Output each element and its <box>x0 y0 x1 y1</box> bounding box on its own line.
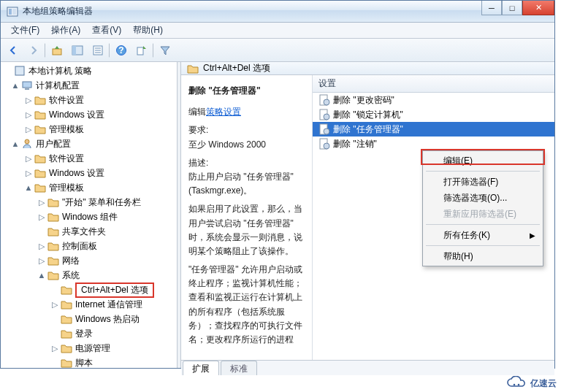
svg-rect-15 <box>25 88 29 90</box>
menu-view[interactable]: 查看(V) <box>86 23 127 38</box>
breadcrumb: Ctrl+Alt+Del 选项 <box>181 62 554 75</box>
svg-text:?: ? <box>118 45 123 55</box>
tree-shared[interactable]: 共享文件夹 <box>1 224 177 239</box>
tree-c-tmpl[interactable]: ▷管理模板 <box>1 122 177 137</box>
minimize-button[interactable]: ─ <box>481 1 502 15</box>
svg-point-25 <box>514 384 516 386</box>
app-icon <box>7 6 18 18</box>
maximize-button[interactable]: □ <box>502 1 522 15</box>
svg-rect-14 <box>23 82 31 88</box>
svg-point-22 <box>324 128 329 134</box>
tree-inet[interactable]: ▷Internet 通信管理 <box>1 297 177 312</box>
svg-rect-3 <box>53 49 61 55</box>
menu-action[interactable]: 操作(A) <box>45 23 86 38</box>
policy-title: 删除 "任务管理器" <box>188 84 305 98</box>
tree-script[interactable]: 脚本 <box>1 356 177 368</box>
tree-net[interactable]: ▷网络 <box>1 253 177 268</box>
policy-icon <box>318 94 330 106</box>
list-item[interactable]: 删除 "注销" <box>313 137 554 151</box>
tree-hotboot[interactable]: Windows 热启动 <box>1 312 177 326</box>
tree-start[interactable]: ▷"开始" 菜单和任务栏 <box>1 195 177 210</box>
help-button[interactable]: ? <box>112 42 131 59</box>
svg-point-26 <box>518 384 520 386</box>
ctx-sep <box>426 224 540 225</box>
tab-extended[interactable]: 扩展 <box>183 361 219 375</box>
ctx-sep <box>426 245 540 246</box>
edit-policy-link[interactable]: 策略设置 <box>206 107 241 117</box>
tree-user[interactable]: ▲用户配置 <box>1 137 177 151</box>
toolbar-sep2 <box>109 43 110 58</box>
context-menu: 编辑(E) 打开筛选器(F) 筛选器选项(O)... 重新应用筛选器(E) 所有… <box>422 150 543 266</box>
policy-icon <box>318 138 330 150</box>
tree-u-tmpl[interactable]: ▲管理模板 <box>1 180 177 195</box>
ctx-help[interactable]: 帮助(H) <box>424 248 541 264</box>
svg-rect-1 <box>9 9 12 15</box>
tree-sys[interactable]: ▲系统 <box>1 268 177 283</box>
tree-u-win[interactable]: ▷Windows 设置 <box>1 166 177 180</box>
tree-root[interactable]: 本地计算机 策略 <box>1 64 177 78</box>
toolbar-sep3 <box>153 43 154 58</box>
titlebar[interactable]: 本地组策略编辑器 ─ □ ✕ <box>1 1 554 23</box>
tree-wincomp[interactable]: ▷Windows 组件 <box>1 210 177 224</box>
tree-computer[interactable]: ▲计算机配置 <box>1 78 177 93</box>
tree-pane[interactable]: 本地计算机 策略 ▲计算机配置 ▷软件设置 ▷Windows 设置 ▷管理模板 … <box>1 62 178 368</box>
tabs: 扩展 标准 <box>181 360 554 375</box>
close-button[interactable]: ✕ <box>522 1 554 15</box>
tree-c-soft[interactable]: ▷软件设置 <box>1 93 177 107</box>
svg-point-16 <box>25 139 29 144</box>
export-button[interactable] <box>132 42 151 59</box>
ctx-sep <box>426 171 540 172</box>
list-item[interactable]: 删除 "更改密码" <box>313 93 554 107</box>
menu-help[interactable]: 帮助(H) <box>127 23 169 38</box>
policy-icon <box>318 109 330 120</box>
toolbar-sep <box>45 43 46 58</box>
tree-ctrl[interactable]: ▷控制面板 <box>1 239 177 253</box>
chevron-right-icon: ▶ <box>530 231 535 239</box>
tree-cad[interactable]: Ctrl+Alt+Del 选项 <box>1 283 177 297</box>
list-item-selected[interactable]: 删除 "任务管理器" <box>313 122 554 137</box>
window-title: 本地组策略编辑器 <box>23 5 481 18</box>
ctx-filter-opts[interactable]: 筛选器选项(O)... <box>424 190 541 206</box>
svg-rect-2 <box>12 9 16 15</box>
svg-rect-13 <box>15 66 24 75</box>
show-tree-button[interactable] <box>68 42 87 59</box>
forward-button[interactable] <box>24 42 43 59</box>
ctx-all-tasks[interactable]: 所有任务(K)▶ <box>424 227 541 243</box>
menu-file[interactable]: 文件(F) <box>5 23 45 38</box>
back-button[interactable] <box>4 42 23 59</box>
breadcrumb-text: Ctrl+Alt+Del 选项 <box>203 62 270 74</box>
properties-button[interactable] <box>88 42 107 59</box>
up-button[interactable] <box>47 42 66 59</box>
list-item[interactable]: 删除 "锁定计算机" <box>313 107 554 122</box>
description-pane: 删除 "任务管理器" 编辑策略设置 要求:至少 Windows 2000 描述:… <box>181 75 313 360</box>
svg-rect-5 <box>72 46 76 55</box>
filter-button[interactable] <box>156 42 175 59</box>
watermark: 亿速云 <box>507 376 557 391</box>
svg-point-20 <box>324 114 329 120</box>
folder-icon <box>187 63 199 74</box>
tree-c-win[interactable]: ▷Windows 设置 <box>1 107 177 122</box>
menubar: 文件(F) 操作(A) 查看(V) 帮助(H) <box>1 23 554 39</box>
tab-standard[interactable]: 标准 <box>221 361 257 375</box>
ctx-open-filter[interactable]: 打开筛选器(F) <box>424 174 541 190</box>
svg-rect-12 <box>137 47 143 55</box>
toolbar: ? <box>1 39 554 62</box>
tree-logon[interactable]: 登录 <box>1 326 177 341</box>
list-header[interactable]: 设置 <box>313 75 554 93</box>
svg-point-24 <box>324 143 329 149</box>
tree-power[interactable]: ▷电源管理 <box>1 341 177 356</box>
svg-point-18 <box>324 99 329 105</box>
ctx-edit[interactable]: 编辑(E) <box>424 153 541 169</box>
tree-u-soft[interactable]: ▷软件设置 <box>1 151 177 166</box>
policy-icon <box>318 123 330 135</box>
ctx-reapply-filter: 重新应用筛选器(E) <box>424 206 541 222</box>
